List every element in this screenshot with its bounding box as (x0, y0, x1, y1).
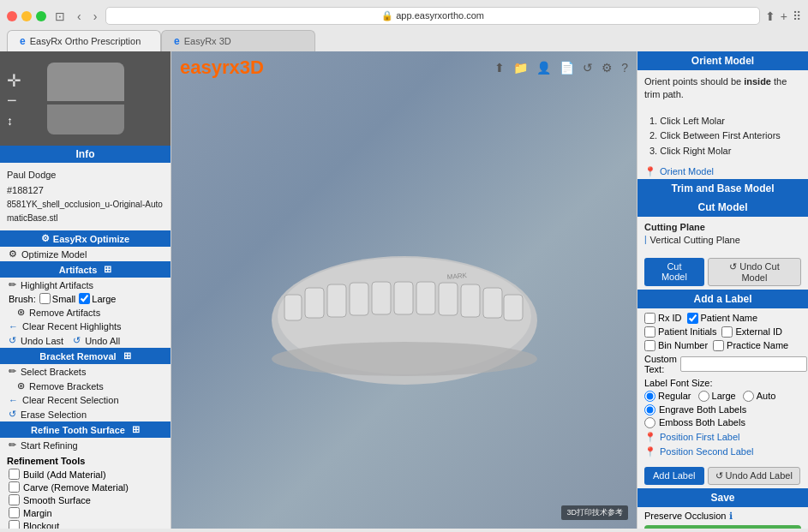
close-button[interactable] (7, 11, 17, 21)
file-icon[interactable]: 📄 (560, 61, 574, 75)
add-label-button[interactable]: Add Label (644, 467, 704, 485)
address-bar[interactable]: 🔒 app.easyrxortho.com (105, 7, 759, 25)
smooth-checkbox[interactable] (9, 494, 20, 505)
forward-button[interactable]: › (90, 8, 101, 25)
position-first-link[interactable]: 📍 Position First Label (644, 430, 801, 445)
brush-large-checkbox[interactable] (79, 293, 90, 304)
auto-radio[interactable] (743, 391, 754, 402)
grid-icon[interactable]: ⠿ (793, 9, 801, 23)
brush-large-label[interactable]: Large (79, 293, 116, 304)
build-checkbox[interactable] (9, 469, 20, 480)
orient-model-link[interactable]: 📍 Orient Model (637, 164, 808, 179)
practice-name-label[interactable]: Practice Name (713, 340, 788, 351)
cut-model-label: Cut Model (698, 201, 748, 213)
bracket-icon: ⊞ (123, 350, 131, 362)
tab-icon-1: e (20, 35, 26, 47)
share-icon[interactable]: ⬆ (765, 9, 775, 23)
svg-point-13 (272, 342, 537, 376)
right-panel: Orient Model Orient points should be ins… (637, 51, 808, 529)
tab-easyrx-3d[interactable]: e EasyRx 3D (161, 30, 315, 51)
tab-icon-2: e (174, 35, 180, 47)
info-header-label: Info (76, 148, 95, 160)
remove-artifacts-item[interactable]: ⊛ Remove Artifacts (0, 305, 171, 320)
settings-icon[interactable]: ⚙ (602, 61, 613, 75)
optimize-header[interactable]: ⚙ EasyRx Optimize (0, 230, 171, 247)
patient-name-checkbox[interactable] (687, 313, 698, 324)
regular-option[interactable]: Regular (644, 391, 691, 402)
initials-checkbox[interactable] (644, 326, 655, 338)
bin-checkbox[interactable] (644, 340, 655, 351)
select-brackets-item[interactable]: ✏ Select Brackets (0, 364, 171, 379)
blockout-checkbox[interactable] (9, 520, 20, 529)
optimize-model-item[interactable]: ⚙ Optimize Model (0, 247, 171, 261)
artifacts-header[interactable]: Artifacts ⊞ (0, 261, 171, 278)
vertical-cutting-row: | Vertical Cutting Plane (644, 235, 801, 245)
main-area: ✛− ↕ Info Paul Dodge #188127 8581YK_shel… (0, 51, 808, 529)
regular-radio[interactable] (644, 391, 655, 402)
margin-checkbox[interactable] (9, 507, 20, 518)
back-button[interactable]: ‹ (74, 8, 85, 25)
brush-small-label[interactable]: Small (39, 293, 76, 304)
logo: easyrx3D (180, 57, 264, 79)
remove-brackets-item[interactable]: ⊛ Remove Brackets (0, 379, 171, 393)
refresh-icon[interactable]: ↺ (583, 61, 593, 75)
minimize-button[interactable] (21, 11, 32, 21)
external-id-checkbox[interactable] (721, 326, 733, 338)
brush-small-checkbox[interactable] (39, 293, 51, 304)
maximize-button[interactable] (36, 11, 46, 21)
carve-checkbox[interactable] (9, 481, 20, 493)
cut-model-header[interactable]: Cut Model (637, 198, 808, 217)
preserve-label: Preserve Occlusion (644, 511, 726, 521)
undo-all-label[interactable]: Undo All (85, 336, 120, 346)
undo-last-label[interactable]: Undo Last (21, 336, 63, 346)
rx-id-label[interactable]: Rx ID (644, 313, 682, 324)
bin-number-label[interactable]: Bin Number (644, 340, 708, 351)
font-size-row: Label Font Size: Regular Large Auto (644, 378, 801, 402)
refine-header-label: Refine Tooth Surface (31, 425, 125, 435)
artifacts-header-label: Artifacts (59, 265, 98, 275)
rx-id-checkbox[interactable] (644, 313, 655, 324)
blockout-row: Blockout (0, 519, 171, 529)
save-model-button[interactable]: Save Model (644, 525, 801, 529)
position-second-link[interactable]: 📍 Position Second Label (644, 445, 801, 459)
undo-add-label-button[interactable]: ↺ Undo Add Label (708, 467, 800, 485)
upload-icon[interactable]: ⬆ (494, 61, 505, 75)
help-icon[interactable]: ? (621, 61, 628, 75)
folder-icon[interactable]: 📁 (513, 61, 528, 75)
erase-selection-item[interactable]: ↺ Erase Selection (0, 407, 171, 421)
large-radio[interactable] (698, 391, 709, 402)
logo-text2: 3D (240, 57, 264, 78)
external-id-label[interactable]: External ID (721, 326, 781, 338)
orient-model-header[interactable]: Orient Model (637, 51, 808, 70)
clear-selection-item[interactable]: ← Clear Recent Selection (0, 393, 171, 407)
info-section-header[interactable]: Info (0, 146, 171, 163)
tab-easyrx-prescription[interactable]: e EasyRx Ortho Prescription (7, 30, 161, 51)
patient-initials-label[interactable]: Patient Initials (644, 326, 716, 338)
auto-option[interactable]: Auto (743, 391, 776, 402)
add-tab-icon[interactable]: + (781, 9, 787, 23)
svg-rect-4 (327, 284, 346, 317)
large-option[interactable]: Large (698, 391, 736, 402)
viewport[interactable]: easyrx3D ⬆ 📁 👤 📄 ↺ ⚙ ? (171, 51, 637, 529)
optimize-header-label: EasyRx Optimize (53, 234, 129, 244)
highlight-artifacts-item[interactable]: ✏ Highlight Artifacts (0, 278, 171, 292)
engrave-radio[interactable] (644, 404, 655, 415)
patient-name-label-check[interactable]: Patient Name (687, 313, 758, 324)
user-icon[interactable]: 👤 (536, 61, 551, 75)
bracket-header[interactable]: Bracket Removal ⊞ (0, 348, 171, 364)
clear-recent-item[interactable]: ← Clear Recent Highlights (0, 320, 171, 333)
add-label-header[interactable]: Add a Label (637, 290, 808, 308)
svg-rect-7 (394, 282, 413, 314)
save-header[interactable]: Save (637, 488, 808, 507)
cut-model-button[interactable]: Cut Model (644, 258, 704, 286)
sidebar-toggle[interactable]: ⊡ (51, 8, 69, 25)
refine-header[interactable]: Refine Tooth Surface ⊞ (0, 421, 171, 438)
custom-text-input[interactable] (680, 356, 807, 372)
cutting-plane-section: Cutting Plane | Vertical Cutting Plane (637, 217, 808, 254)
emboss-radio[interactable] (644, 417, 655, 428)
start-refining-item[interactable]: ✏ Start Refining (0, 438, 171, 452)
practice-name-checkbox[interactable] (713, 340, 724, 351)
trim-base-header[interactable]: Trim and Base Model (637, 179, 808, 198)
undo-cut-button[interactable]: ↺ Undo Cut Model (708, 258, 801, 286)
tab-bar: e EasyRx Ortho Prescription e EasyRx 3D (7, 30, 801, 51)
